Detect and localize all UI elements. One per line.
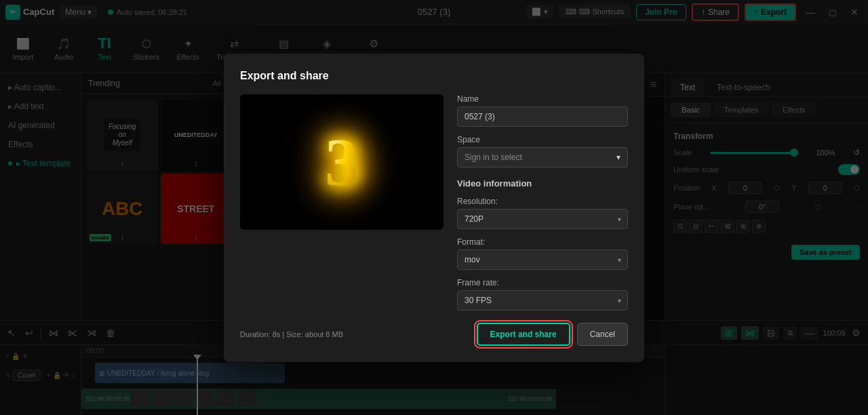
modal-actions: Export and share Cancel xyxy=(477,323,628,346)
name-label: Name xyxy=(457,94,628,104)
format-select-wrapper: mov mp4 avi ▾ xyxy=(457,250,628,270)
cancel-button[interactable]: Cancel xyxy=(577,323,628,346)
space-row: Space Sign in to select ▾ xyxy=(457,135,628,167)
modal-overlay: Export and share 3 Name Space Sign in to… xyxy=(0,0,868,415)
modal-preview: 3 xyxy=(240,94,443,230)
export-share-button[interactable]: Export and share xyxy=(477,323,570,346)
duration-size-info: Duration: 8s | Size: about 8 MB xyxy=(240,330,343,338)
modal-form: Name Space Sign in to select ▾ Video inf… xyxy=(457,94,628,311)
frame-rate-row: Frame rate: 30 FPS 60 FPS 24 FPS ▾ xyxy=(457,278,628,311)
video-info-title: Video information xyxy=(457,178,628,189)
resolution-select[interactable]: 720P 1080P 4K xyxy=(457,209,628,229)
framerate-select[interactable]: 30 FPS 60 FPS 24 FPS xyxy=(457,290,628,311)
framerate-select-wrapper: 30 FPS 60 FPS 24 FPS ▾ xyxy=(457,290,628,311)
format-select[interactable]: mov mp4 avi xyxy=(457,250,628,270)
frame-rate-label: Frame rate: xyxy=(457,278,628,288)
preview-number: 3 xyxy=(325,123,359,201)
modal-body: 3 Name Space Sign in to select ▾ xyxy=(240,94,628,311)
export-modal: Export and share 3 Name Space Sign in to… xyxy=(224,54,644,362)
space-label: Space xyxy=(457,135,628,144)
format-row: Format: mov mp4 avi ▾ xyxy=(457,237,628,270)
resolution-row: Resolution: 720P 1080P 4K ▾ xyxy=(457,197,628,229)
space-select[interactable]: Sign in to select ▾ xyxy=(457,147,628,167)
name-row: Name xyxy=(457,94,628,127)
space-select-wrapper: Sign in to select ▾ xyxy=(457,147,628,167)
resolution-label: Resolution: xyxy=(457,197,628,206)
resolution-select-wrapper: 720P 1080P 4K ▾ xyxy=(457,209,628,229)
modal-footer: Duration: 8s | Size: about 8 MB Export a… xyxy=(240,323,628,346)
modal-title: Export and share xyxy=(240,70,628,82)
preview-content: 3 xyxy=(240,94,443,230)
name-input[interactable] xyxy=(457,106,628,127)
format-label: Format: xyxy=(457,237,628,247)
